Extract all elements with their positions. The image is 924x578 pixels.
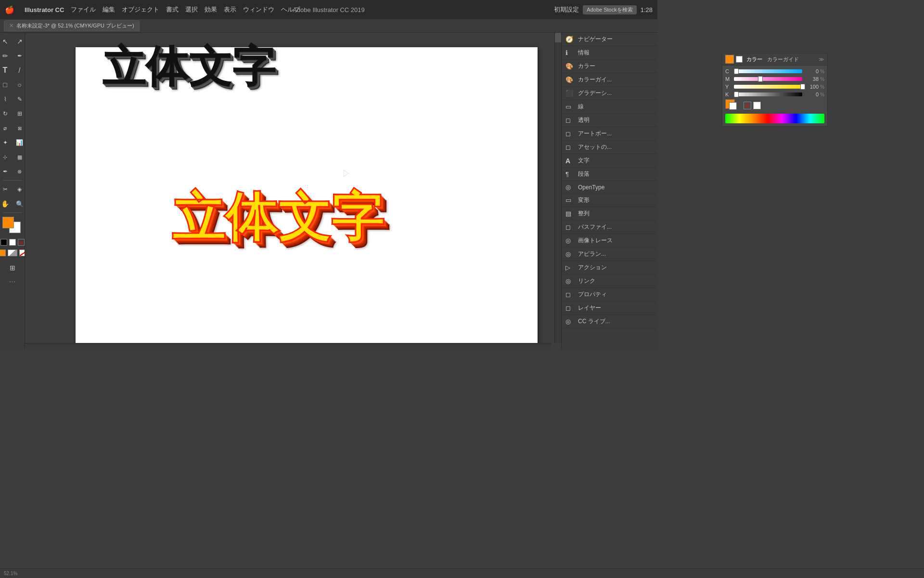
swatch-small-row: ⊘ (0, 239, 25, 246)
fill-swatch[interactable] (2, 217, 14, 228)
preset-dropdown[interactable]: 初期設定 (554, 5, 579, 14)
panel-item-assets[interactable]: ◻ アセットの... (562, 141, 657, 154)
curvature-tool[interactable]: ✒ (13, 49, 26, 63)
color-icon: 🎨 (565, 63, 574, 70)
tool-group-rotate: ↻ ⊞ (0, 107, 25, 120)
image-trace-icon: ◎ (565, 237, 574, 244)
selection-tool[interactable]: ↖ (0, 35, 12, 48)
rectangle-tool[interactable]: □ (0, 78, 12, 92)
gradient-tool[interactable]: ▦ (13, 150, 26, 164)
horizontal-scrollbar[interactable] (25, 343, 552, 350)
panel-item-opentype[interactable]: ◎ OpenType (562, 181, 657, 194)
ellipse-tool[interactable]: ○ (13, 78, 26, 92)
menu-view[interactable]: 表示 (224, 5, 236, 14)
panel-item-transform[interactable]: ▭ 変形 (562, 194, 657, 207)
apple-menu[interactable]: 🍎 (5, 5, 14, 14)
warp-tool[interactable]: ⌀ (0, 121, 12, 135)
panel-label-paragraph: 段落 (578, 170, 590, 178)
symbol-sprayer-tool[interactable]: ✦ (0, 136, 12, 149)
window-title: Adobe Illustrator CC 2019 (293, 6, 365, 13)
panel-item-color-guide[interactable]: 🎨 カラーガイ... (562, 73, 657, 87)
type-tool[interactable]: T (0, 64, 12, 77)
artboard-tool[interactable]: ⊞ (3, 261, 22, 275)
panel-item-layers[interactable]: ◻ レイヤー (562, 302, 657, 315)
panel-label-transparency: 透明 (578, 116, 590, 124)
tool-separator-2 (3, 212, 22, 213)
panel-item-appearance[interactable]: ◎ アピラン... (562, 248, 657, 261)
properties-icon: ◻ (565, 291, 574, 298)
menu-window[interactable]: ウィンドウ (243, 5, 274, 14)
document-tab[interactable]: ✕ 名称未設定-3* @ 52.1% (CMYK/GPU プレビュー) (4, 20, 140, 31)
panel-label-color: カラー (578, 62, 595, 70)
rotate-tool[interactable]: ↻ (0, 107, 12, 120)
free-transform-tool[interactable]: ⊠ (13, 121, 26, 135)
text-color-3d: 立体文字 (172, 182, 384, 254)
blend-tool[interactable]: ⊗ (13, 165, 26, 178)
align-icon: ▤ (565, 210, 574, 217)
eyedropper-tool[interactable]: ✒ (0, 165, 12, 178)
tab-close[interactable]: ✕ (9, 23, 13, 29)
line-tool[interactable]: / (13, 64, 26, 77)
paintbrush-tool[interactable]: ⌇ (0, 92, 12, 106)
left-toolbar: ↖ ↗ ✏ ✒ T / □ ○ ⌇ ✎ ↻ ⊞ ⌀ ⊠ ✦ 📊 (0, 33, 25, 350)
canvas-area[interactable]: 立体文字 立体文字 ▷ (25, 33, 561, 350)
pencil-tool[interactable]: ✎ (13, 92, 26, 106)
panel-item-info[interactable]: ℹ 情報 (562, 46, 657, 60)
panel-item-cc-libraries[interactable]: ◎ CC ライブ... (562, 315, 657, 328)
panel-item-pathfinder[interactable]: ◻ パスファイ... (562, 221, 657, 234)
text-black-3d: 立体文字 (102, 38, 275, 96)
pathfinder-icon: ◻ (565, 223, 574, 231)
tool-group-mesh: ⊹ ▦ (0, 150, 25, 164)
scale-tool[interactable]: ⊞ (13, 107, 26, 120)
panel-item-align[interactable]: ▤ 整列 (562, 207, 657, 221)
panel-item-stroke[interactable]: ▭ 線 (562, 100, 657, 114)
menu-file[interactable]: ファイル (71, 5, 96, 14)
panel-label-cc-libraries: CC ライブ... (578, 317, 610, 326)
panel-item-properties[interactable]: ◻ プロパティ (562, 288, 657, 302)
panel-item-image-trace[interactable]: ◎ 画像トレース (562, 234, 657, 248)
panel-label-character: 文字 (578, 157, 590, 165)
direct-selection-tool[interactable]: ↗ (13, 35, 26, 48)
tool-group-scissors: ✂ ◈ (0, 183, 25, 196)
menu-select[interactable]: 選択 (185, 5, 198, 14)
eraser-tool[interactable]: ◈ (13, 183, 26, 196)
panel-label-layers: レイヤー (578, 304, 601, 312)
none-swatch[interactable] (0, 239, 7, 246)
vertical-scrollbar[interactable] (554, 33, 561, 343)
tool-group-pen: ✏ ✒ (0, 49, 25, 63)
color-button[interactable] (0, 250, 6, 256)
more-tools[interactable]: ··· (9, 277, 15, 286)
pen-tool[interactable]: ✏ (0, 49, 12, 63)
panel-item-color[interactable]: 🎨 カラー (562, 60, 657, 73)
panel-item-paragraph[interactable]: ¶ 段落 (562, 168, 657, 181)
menu-edit[interactable]: 編集 (103, 5, 115, 14)
none-button[interactable] (19, 250, 26, 256)
artboard-icon: ◻ (565, 130, 574, 137)
panel-item-actions[interactable]: ▷ アクション (562, 261, 657, 275)
menu-object[interactable]: オブジェクト (122, 5, 159, 14)
panel-item-navigator[interactable]: 🧭 ナビゲーター (562, 33, 657, 46)
menu-illustrator[interactable]: Illustrator CC (25, 6, 64, 13)
menu-effect[interactable]: 効果 (205, 5, 217, 14)
scissors-tool[interactable]: ✂ (0, 183, 12, 196)
mesh-tool[interactable]: ⊹ (0, 150, 12, 164)
panel-item-artboard[interactable]: ◻ アートボー... (562, 127, 657, 141)
tool-group-type: T / (0, 64, 25, 77)
swap-colors[interactable]: ⊘ (18, 239, 25, 246)
main-layout: ↖ ↗ ✏ ✒ T / □ ○ ⌇ ✎ ↻ ⊞ ⌀ ⊠ ✦ 📊 (0, 33, 657, 350)
panel-item-transparency[interactable]: ◻ 透明 (562, 114, 657, 127)
gradient-button[interactable] (8, 250, 17, 256)
layers-icon: ◻ (565, 304, 574, 312)
column-graph-tool[interactable]: 📊 (13, 136, 26, 149)
panel-label-stroke: 線 (578, 103, 584, 111)
panel-label-navigator: ナビゲーター (578, 35, 613, 43)
panel-item-character[interactable]: A 文字 (562, 154, 657, 168)
white-swatch[interactable] (9, 239, 16, 246)
panel-item-gradient[interactable]: ⬛ グラデーシ... (562, 87, 657, 100)
hand-tool[interactable]: ✋ (0, 197, 12, 210)
tool-separator (3, 180, 22, 181)
panel-item-links[interactable]: ◎ リンク (562, 275, 657, 288)
menu-type[interactable]: 書式 (166, 5, 179, 14)
stock-search[interactable]: Adobe Stockを検索 (583, 5, 636, 14)
zoom-tool[interactable]: 🔍 (13, 197, 26, 210)
